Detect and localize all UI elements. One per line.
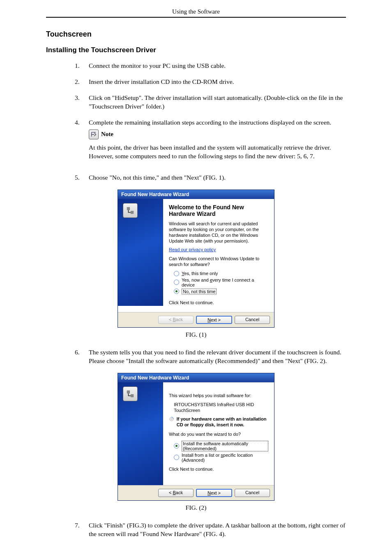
- step-number: 7.: [75, 521, 89, 539]
- radio-group: Install the software automatically (Reco…: [174, 441, 268, 462]
- step-3: 3. Click on "HidSetup". The driver insta…: [75, 94, 346, 111]
- wizard-titlebar: Found New Hardware Wizard: [118, 373, 274, 382]
- radio-yes-once[interactable]: Yes, this time only: [174, 271, 268, 276]
- radio-auto-install[interactable]: Install the software automatically (Reco…: [174, 441, 268, 451]
- step-number: 4.: [75, 118, 89, 166]
- svg-point-5: [171, 419, 172, 420]
- step-number: 1.: [75, 62, 89, 70]
- wizard-continue-text: Click Next to continue.: [169, 467, 268, 472]
- radio-group: Yes, this time only Yes, now and every t…: [174, 271, 268, 294]
- cancel-button[interactable]: Cancel: [235, 316, 270, 324]
- svg-rect-0: [127, 207, 130, 210]
- wizard-dialog-1: Found New Hardware Wizard Welcome to the…: [118, 190, 274, 328]
- cancel-button[interactable]: Cancel: [235, 489, 270, 497]
- top-rule: [46, 17, 346, 18]
- radio-label: es, this time only: [184, 271, 218, 276]
- step-number: 2.: [75, 78, 89, 86]
- note-body: At this point, the driver has been insta…: [89, 143, 346, 161]
- wizard-question: What do you want the wizard to do?: [169, 432, 268, 437]
- wizard-footer: < Back Next > Cancel: [118, 312, 274, 327]
- wizard-footer: < Back Next > Cancel: [118, 485, 274, 500]
- next-button[interactable]: Next >: [196, 489, 232, 497]
- wizard-dialog-2: Found New Hardware Wizard This wizard he…: [118, 373, 274, 501]
- wizard-sidebar: [118, 382, 163, 485]
- section-heading: Touchscreen: [46, 30, 346, 39]
- steps-list: 1. Connect the monitor to your PC using …: [46, 62, 346, 182]
- wizard-sidebar: [118, 199, 163, 306]
- step-7: 7. Click "Finish" (FIG.3) to complete th…: [75, 521, 346, 539]
- steps-list-continued: 6. The system tells you that you need to…: [46, 348, 346, 365]
- step-number: 5.: [75, 173, 89, 182]
- radio-icon-selected: [174, 289, 179, 294]
- step-body: Connect the monitor to your PC using the…: [89, 62, 346, 70]
- svg-rect-2: [127, 391, 130, 393]
- note-label: Note: [101, 130, 113, 138]
- wizard-continue-text: Click Next to continue.: [169, 300, 268, 306]
- figure-1: Found New Hardware Wizard Welcome to the…: [46, 190, 346, 338]
- cd-icon: [169, 416, 174, 426]
- svg-rect-1: [131, 211, 134, 214]
- step-1: 1. Connect the monitor to your PC using …: [75, 62, 346, 70]
- radio-no[interactable]: No, not this time: [174, 289, 268, 294]
- next-button[interactable]: Next >: [196, 316, 232, 324]
- radio-label-selected: No, not this time: [182, 289, 217, 294]
- wizard-content: Welcome to the Found New Hardware Wizard…: [163, 199, 274, 312]
- cd-instruction: If your hardware came with an installati…: [169, 416, 268, 427]
- step-body: Click on "HidSetup". The driver installa…: [89, 94, 346, 111]
- step-4-line1: Complete the remaining installation step…: [89, 119, 331, 126]
- figure-1-caption: FIG. (1): [46, 331, 346, 338]
- wizard-titlebar: Found New Hardware Wizard: [118, 190, 274, 199]
- step-body: Insert the driver installation CD into t…: [89, 78, 346, 86]
- svg-rect-3: [131, 394, 134, 397]
- wizard-question: Can Windows connect to Windows Update to…: [169, 256, 268, 268]
- radio-specific-location[interactable]: Install from a list or specific location…: [174, 453, 268, 462]
- figure-2: Found New Hardware Wizard This wizard he…: [46, 373, 346, 511]
- step-body: Choose "No, not this time," and then "Ne…: [89, 173, 346, 182]
- subsection-heading: Installing the Touchscreen Driver: [46, 46, 346, 54]
- steps-list-continued-2: 7. Click "Finish" (FIG.3) to complete th…: [46, 521, 346, 539]
- running-header: Using the Software: [46, 8, 346, 15]
- back-button: < Back: [158, 316, 194, 324]
- wizard-heading: Welcome to the Found New Hardware Wizard: [169, 204, 268, 217]
- cd-text: If your hardware came with an installati…: [177, 416, 268, 427]
- radio-yes-always[interactable]: Yes, now and every time I connect a devi…: [174, 278, 268, 287]
- back-button[interactable]: < Back: [158, 489, 194, 497]
- note-icon: [89, 130, 99, 139]
- wizard-sidebar-icon: [123, 386, 138, 401]
- step-number: 3.: [75, 94, 89, 111]
- radio-icon-selected: [174, 443, 179, 449]
- wizard-content: This wizard helps you install software f…: [163, 382, 274, 485]
- step-body: Click "Finish" (FIG.3) to complete the d…: [89, 521, 346, 539]
- figure-2-caption: FIG. (2): [46, 504, 346, 511]
- step-2: 2. Insert the driver installation CD int…: [75, 78, 346, 86]
- wizard-intro-text: This wizard helps you install software f…: [169, 393, 268, 399]
- wizard-intro-text: Windows will search for current and upda…: [169, 221, 268, 244]
- radio-icon: [174, 455, 179, 460]
- step-body: Complete the remaining installation step…: [89, 118, 346, 166]
- step-6: 6. The system tells you that you need to…: [75, 348, 346, 365]
- radio-icon: [174, 271, 179, 276]
- step-5: 5. Choose "No, not this time," and then …: [75, 173, 346, 182]
- wizard-sidebar-icon: [123, 203, 138, 218]
- step-body: The system tells you that you need to fi…: [89, 348, 346, 365]
- step-4: 4. Complete the remaining installation s…: [75, 118, 346, 166]
- step-number: 6.: [75, 348, 89, 365]
- wizard-device-name: IRTOUCHSYSTEMS InfraRed USB HID TouchScr…: [174, 402, 268, 414]
- radio-icon: [174, 280, 179, 285]
- radio-label-selected: Install the software automatically (Reco…: [182, 441, 268, 451]
- privacy-link[interactable]: Read our privacy policy: [169, 247, 216, 252]
